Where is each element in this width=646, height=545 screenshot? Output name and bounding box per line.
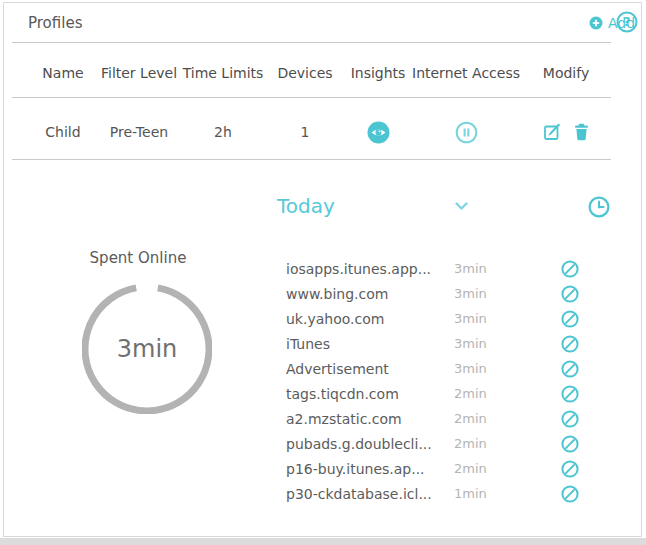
question-mark-icon: ?	[616, 11, 638, 33]
block-site-button[interactable]	[561, 485, 579, 503]
block-icon	[561, 385, 579, 403]
profile-devices-count: 1	[266, 124, 344, 140]
block-icon	[561, 485, 579, 503]
site-time: 2min	[454, 436, 550, 451]
block-site-button[interactable]	[561, 360, 579, 378]
column-header-filter-level: Filter Level	[98, 65, 180, 81]
delete-profile-button[interactable]	[573, 123, 590, 141]
table-row: Child Pre-Teen 2h 1	[28, 117, 612, 147]
edit-pencil-icon	[543, 123, 561, 141]
site-time: 3min	[454, 311, 550, 326]
plus-circle-icon	[589, 16, 603, 30]
site-row: iTunes 3min	[286, 331, 590, 356]
page-title: Profiles	[28, 14, 82, 32]
internet-access-pause-button[interactable]	[455, 121, 478, 144]
site-row: www.bing.com 3min	[286, 281, 590, 306]
block-site-button[interactable]	[561, 310, 579, 328]
block-icon	[561, 410, 579, 428]
block-icon	[561, 285, 579, 303]
site-row: a2.mzstatic.com 2min	[286, 406, 590, 431]
block-icon	[561, 360, 579, 378]
profile-time-limits: 2h	[180, 124, 266, 140]
site-time: 3min	[454, 261, 550, 276]
site-name: www.bing.com	[286, 286, 454, 302]
block-site-button[interactable]	[561, 260, 579, 278]
block-icon	[561, 310, 579, 328]
site-row: iosapps.itunes.app... 3min	[286, 256, 590, 281]
block-site-button[interactable]	[561, 385, 579, 403]
block-site-button[interactable]	[561, 410, 579, 428]
trash-icon	[573, 123, 590, 141]
site-name: pubads.g.doublecli...	[286, 436, 454, 452]
site-name: iosapps.itunes.app...	[286, 261, 454, 277]
site-row: p16-buy.itunes.ap... 2min	[286, 456, 590, 481]
site-row: pubads.g.doublecli... 2min	[286, 431, 590, 456]
site-name: p30-ckdatabase.icl...	[286, 486, 454, 502]
block-site-button[interactable]	[561, 460, 579, 478]
block-site-button[interactable]	[561, 285, 579, 303]
site-time: 1min	[454, 486, 550, 501]
table-header-divider	[12, 97, 611, 98]
column-header-devices: Devices	[266, 65, 344, 81]
help-button[interactable]: ?	[616, 11, 638, 37]
column-header-insights: Insights	[344, 65, 412, 81]
block-icon	[561, 460, 579, 478]
site-time: 2min	[454, 386, 550, 401]
history-clock-icon	[588, 196, 610, 218]
eye-icon	[367, 121, 390, 144]
site-row: p30-ckdatabase.icl... 1min	[286, 481, 590, 506]
block-icon	[561, 260, 579, 278]
header-divider	[12, 42, 611, 43]
profiles-panel: Profiles Add ? Name Filter Level Time Li…	[3, 2, 642, 537]
table-row-divider	[12, 159, 611, 160]
site-row: uk.yahoo.com 3min	[286, 306, 590, 331]
site-time: 3min	[454, 336, 550, 351]
period-dropdown-value: Today	[277, 194, 335, 218]
site-name: tags.tiqcdn.com	[286, 386, 454, 402]
site-list: iosapps.itunes.app... 3min www.bing.com …	[286, 256, 590, 506]
column-header-time-limits: Time Limits	[180, 65, 266, 81]
site-name: p16-buy.itunes.ap...	[286, 461, 454, 477]
site-name: a2.mzstatic.com	[286, 411, 454, 427]
column-header-internet-access: Internet Access	[412, 65, 520, 81]
profiles-table-header: Name Filter Level Time Limits Devices In…	[28, 65, 612, 81]
site-time: 3min	[454, 286, 550, 301]
spent-online-label: Spent Online	[58, 249, 218, 267]
block-site-button[interactable]	[561, 435, 579, 453]
site-name: uk.yahoo.com	[286, 311, 454, 327]
insights-button[interactable]	[367, 121, 390, 144]
history-button[interactable]	[588, 196, 610, 218]
profile-name: Child	[28, 124, 98, 140]
site-time: 2min	[454, 461, 550, 476]
block-icon	[561, 335, 579, 353]
block-icon	[561, 435, 579, 453]
block-site-button[interactable]	[561, 335, 579, 353]
column-header-modify: Modify	[520, 65, 612, 81]
page-bottom-strip	[0, 538, 646, 545]
site-row: Advertisement 3min	[286, 356, 590, 381]
pause-circle-icon	[455, 121, 478, 144]
site-time: 3min	[454, 361, 550, 376]
site-time: 2min	[454, 411, 550, 426]
period-dropdown[interactable]: Today	[277, 194, 468, 218]
chevron-down-icon	[455, 202, 468, 211]
column-header-name: Name	[28, 65, 98, 81]
site-row: tags.tiqcdn.com 2min	[286, 381, 590, 406]
edit-profile-button[interactable]	[543, 123, 561, 141]
site-name: Advertisement	[286, 361, 454, 377]
profile-filter-level: Pre-Teen	[98, 124, 180, 140]
site-name: iTunes	[286, 336, 454, 352]
spent-online-value: 3min	[82, 284, 212, 414]
svg-text:?: ?	[623, 14, 630, 29]
